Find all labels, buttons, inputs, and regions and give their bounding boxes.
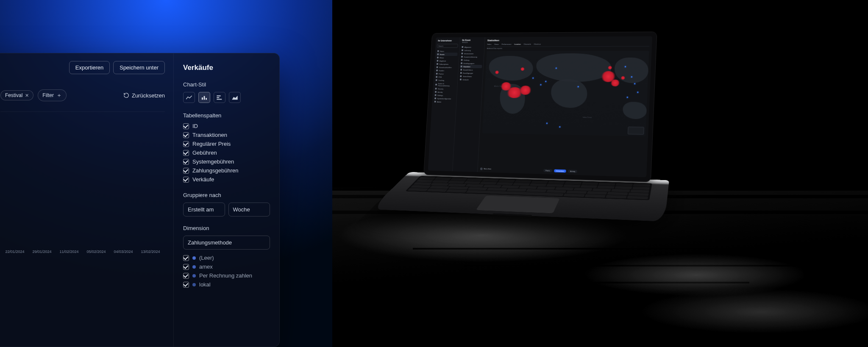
checkbox[interactable] bbox=[183, 159, 189, 165]
subnav-item[interactable]: Zusammenfassung bbox=[460, 55, 483, 58]
checkbox[interactable] bbox=[183, 255, 189, 261]
menu-icon bbox=[436, 79, 437, 81]
color-dot bbox=[192, 265, 196, 269]
tab[interactable]: Location bbox=[514, 43, 521, 45]
sidebar-item[interactable]: Kunden bbox=[435, 69, 456, 72]
subnav-item[interactable]: Statistiken bbox=[460, 65, 482, 68]
search-input[interactable]: Search bbox=[437, 44, 458, 48]
minimap[interactable] bbox=[628, 127, 644, 135]
world-map[interactable]: Atlantic Ocean Indian Ocean bbox=[482, 51, 649, 136]
sidebar-label: Systemkonfiguration bbox=[437, 97, 451, 100]
tab[interactable]: Sales bbox=[487, 43, 491, 45]
legend-item[interactable]: Interactions bbox=[554, 169, 566, 173]
sidebar-item[interactable]: Angebote bbox=[436, 59, 457, 63]
user-name: Maria Stein bbox=[484, 168, 491, 170]
checkbox[interactable] bbox=[183, 264, 189, 270]
checkbox[interactable] bbox=[183, 132, 189, 138]
export-button[interactable]: Exportieren bbox=[69, 61, 110, 74]
dimension-item[interactable]: (Leer) bbox=[183, 255, 270, 261]
reset-button[interactable]: Zurücksetzen bbox=[123, 92, 165, 99]
sidebar-item[interactable]: Home bbox=[437, 50, 458, 53]
sidebar-label: Identity bbox=[437, 91, 442, 93]
column-label: Zahlungsgebühren bbox=[192, 167, 238, 174]
filter-chip-festival[interactable]: Festival ✕ bbox=[0, 90, 33, 100]
subnav-label: Lieferung bbox=[464, 49, 471, 51]
tab[interactable]: Views bbox=[494, 43, 499, 45]
dimension-item[interactable]: amex bbox=[183, 264, 270, 270]
subnav-item[interactable]: Zahlung bbox=[460, 58, 483, 62]
config-sidebar: Verkäufe Chart-Stil Tabellenspalten IDTr… bbox=[173, 53, 279, 347]
sidebar-label: Bilanz bbox=[440, 56, 444, 58]
column-toggle[interactable]: Verkäufe bbox=[183, 176, 270, 183]
column-label: Verkäufe bbox=[192, 176, 214, 183]
dimension-item[interactable]: Per Rechnung zahlen bbox=[183, 272, 270, 279]
checkbox[interactable] bbox=[183, 168, 189, 174]
legend-item[interactable]: Points bbox=[543, 169, 552, 172]
column-toggle[interactable]: Zahlungsgebühren bbox=[183, 167, 270, 174]
chart-style-label: Chart-Stil bbox=[183, 81, 270, 88]
column-toggle[interactable]: ID bbox=[183, 123, 270, 129]
tab[interactable]: Performance bbox=[501, 43, 512, 45]
dimension-label: amex bbox=[199, 264, 213, 270]
tab[interactable]: Check-in bbox=[534, 43, 541, 45]
sidebar-label: POS bbox=[439, 76, 442, 78]
checkbox[interactable] bbox=[183, 273, 189, 279]
sidebar-title: Verkäufe bbox=[183, 64, 270, 72]
tab[interactable]: Channels bbox=[523, 43, 531, 45]
checkbox[interactable] bbox=[183, 177, 189, 183]
chart-style-bar[interactable] bbox=[198, 92, 210, 103]
menu-icon bbox=[460, 79, 462, 81]
filter-chip-add[interactable]: Filter ＋ bbox=[38, 89, 67, 101]
column-toggle[interactable]: Systemgebühren bbox=[183, 158, 270, 165]
sidebar-item[interactable]: Karten & Personalisierung bbox=[434, 82, 456, 87]
svg-rect-2 bbox=[206, 98, 207, 100]
group-by-interval-select[interactable]: Woche bbox=[228, 203, 270, 217]
subnav-item[interactable]: Verkäufe bbox=[459, 78, 481, 81]
subnav-item[interactable]: Bestell-Status bbox=[459, 68, 482, 72]
sidebar-item[interactable]: Events bbox=[437, 53, 458, 56]
map-legend: Points Interactions Activity bbox=[543, 169, 577, 173]
sidebar-label: Subscriptions bbox=[439, 63, 448, 65]
sidebar-label: Karten & Personalisierung bbox=[438, 82, 455, 86]
subnav-label: Eintrittsgruppen bbox=[464, 62, 475, 64]
checkbox[interactable] bbox=[183, 123, 189, 129]
legend-item[interactable]: Activity bbox=[568, 170, 577, 173]
checkbox[interactable] bbox=[183, 282, 189, 288]
menu-icon bbox=[462, 46, 463, 48]
plus-icon: ＋ bbox=[56, 92, 62, 99]
dimension-label: Dimension bbox=[183, 225, 270, 231]
close-icon[interactable]: ✕ bbox=[25, 93, 29, 98]
chart-style-hbar[interactable] bbox=[214, 92, 225, 103]
column-toggle[interactable]: Regulärer Preis bbox=[183, 141, 270, 147]
group-by-field-select[interactable]: Erstellt am bbox=[183, 203, 225, 217]
sidebar-label: Settings bbox=[437, 94, 443, 96]
extra-tabs[interactable]: Additional Data requests bbox=[487, 47, 649, 50]
sidebar-item[interactable]: Vorverkaufsstellen bbox=[436, 66, 457, 69]
sidebar-item[interactable]: Admin bbox=[434, 100, 455, 103]
subnav-item[interactable]: Lieferung bbox=[461, 49, 483, 52]
sidebar-item[interactable]: Bilanz bbox=[436, 56, 457, 59]
subnav-label: Verkäufe bbox=[462, 78, 469, 81]
chart-style-line[interactable] bbox=[183, 92, 195, 103]
subnav-item[interactable]: Allgemein bbox=[461, 45, 483, 49]
column-label: Gebühren bbox=[192, 150, 217, 156]
checkbox[interactable] bbox=[183, 141, 189, 147]
dimension-item[interactable]: lokal bbox=[183, 281, 270, 288]
user-chip[interactable]: Maria Stein bbox=[480, 167, 492, 170]
save-as-button[interactable]: Speichern unter bbox=[113, 61, 165, 74]
menu-icon bbox=[461, 56, 463, 58]
sidebar-label: Partner bbox=[439, 73, 444, 75]
dimension-label: lokal bbox=[199, 281, 211, 288]
checkbox[interactable] bbox=[183, 150, 189, 156]
svg-rect-5 bbox=[217, 99, 222, 100]
sidebar-label: Angebote bbox=[440, 60, 446, 62]
chart-style-area[interactable] bbox=[229, 92, 241, 103]
column-toggle[interactable]: Gebühren bbox=[183, 150, 270, 156]
dimension-select[interactable]: Zahlungsmethode bbox=[183, 236, 270, 250]
sidebar-item[interactable]: Subscriptions bbox=[436, 62, 457, 66]
subnav-item[interactable]: Informationen bbox=[461, 52, 483, 55]
subnav-item[interactable]: Eintrittsgruppen bbox=[460, 61, 482, 65]
column-label: Systemgebühren bbox=[192, 158, 234, 165]
trackpad bbox=[476, 196, 560, 214]
column-toggle[interactable]: Transaktionen bbox=[183, 132, 270, 138]
